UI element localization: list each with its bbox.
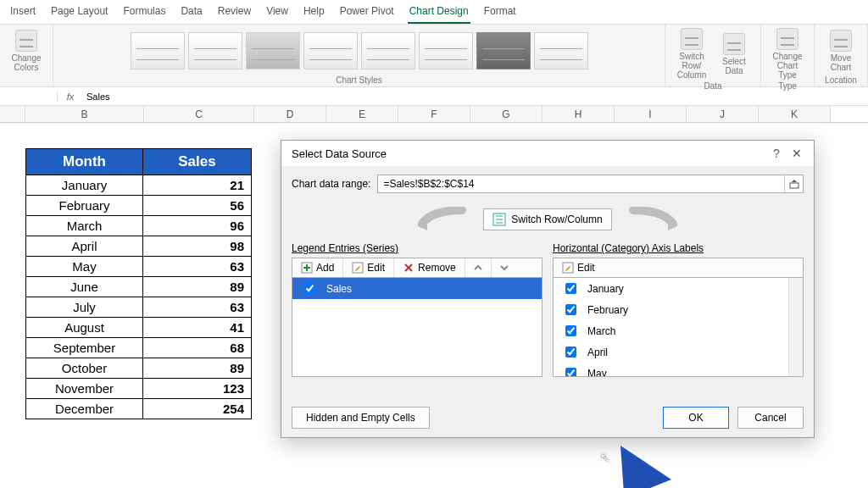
tab-power-pivot[interactable]: Power Pivot <box>338 3 396 24</box>
series-item-sales[interactable]: Sales <box>292 278 542 299</box>
chart-style-6[interactable] <box>419 32 473 69</box>
axis-label-checkbox[interactable] <box>565 368 576 377</box>
series-edit-button[interactable]: Edit <box>343 258 394 277</box>
col-F[interactable]: F <box>398 106 470 122</box>
tab-view[interactable]: View <box>264 3 290 24</box>
series-move-up-button[interactable] <box>465 258 492 277</box>
table-row[interactable]: November123 <box>26 379 252 399</box>
axis-label-item[interactable]: January <box>554 278 803 299</box>
cell-sales[interactable]: 254 <box>143 399 252 419</box>
axis-labels-listbox[interactable]: JanuaryFebruaryMarchAprilMay ▴ ▾ <box>553 277 804 377</box>
series-move-down-button[interactable] <box>492 258 517 277</box>
cell-sales[interactable]: 68 <box>143 338 252 358</box>
axis-label-checkbox[interactable] <box>565 347 576 358</box>
cell-month[interactable]: December <box>26 399 143 419</box>
cell-sales[interactable]: 21 <box>143 175 252 196</box>
axis-label-checkbox[interactable] <box>565 304 576 315</box>
cell-sales[interactable]: 89 <box>143 358 252 379</box>
axis-label-checkbox[interactable] <box>565 283 576 294</box>
switch-row-column-dialog-button[interactable]: Switch Row/Column <box>483 208 611 230</box>
series-item-checkbox[interactable] <box>304 283 315 294</box>
col-C[interactable]: C <box>144 106 254 122</box>
cell-month[interactable]: October <box>26 358 143 379</box>
col-G[interactable]: G <box>470 106 542 122</box>
dialog-help-button[interactable]: ? <box>766 147 787 160</box>
cell-month[interactable]: January <box>26 175 143 196</box>
table-row[interactable]: June89 <box>26 277 252 297</box>
axis-label-item[interactable]: February <box>554 299 803 320</box>
col-D[interactable]: D <box>254 106 326 122</box>
tab-chart-design[interactable]: Chart Design <box>408 3 470 24</box>
hidden-empty-cells-button[interactable]: Hidden and Empty Cells <box>292 407 430 429</box>
cell-sales[interactable]: 63 <box>143 257 252 277</box>
change-chart-type-button[interactable]: Change Chart Type <box>768 28 807 80</box>
chart-style-1[interactable] <box>131 32 185 69</box>
table-row[interactable]: May63 <box>26 257 252 277</box>
select-data-button[interactable]: Select Data <box>715 33 754 75</box>
cell-month[interactable]: August <box>26 318 143 338</box>
cell-sales[interactable]: 98 <box>143 236 252 257</box>
cell-sales[interactable]: 96 <box>143 216 252 236</box>
table-row[interactable]: December254 <box>26 399 252 419</box>
fx-icon[interactable]: fx <box>58 92 83 102</box>
chart-style-5[interactable] <box>361 32 415 69</box>
cell-sales[interactable]: 63 <box>143 297 252 318</box>
tab-insert[interactable]: Insert <box>8 3 37 24</box>
cell-month[interactable]: June <box>26 277 143 297</box>
axis-label-item[interactable]: April <box>554 341 803 363</box>
chart-style-2[interactable] <box>188 32 242 69</box>
chart-style-3[interactable] <box>246 32 300 69</box>
tab-format[interactable]: Format <box>482 3 518 24</box>
table-row[interactable]: March96 <box>26 216 252 236</box>
axis-edit-button[interactable]: Edit <box>554 258 604 277</box>
tab-page-layout[interactable]: Page Layout <box>49 3 109 24</box>
cell-month[interactable]: July <box>26 297 143 318</box>
table-row[interactable]: September68 <box>26 338 252 358</box>
dialog-close-button[interactable]: ✕ <box>787 147 807 160</box>
cell-sales[interactable]: 41 <box>143 318 252 338</box>
cell-month[interactable]: April <box>26 236 143 257</box>
col-J[interactable]: J <box>687 106 759 122</box>
move-chart-button[interactable]: Move Chart <box>821 30 860 72</box>
table-row[interactable]: January21 <box>26 175 252 196</box>
tab-data[interactable]: Data <box>179 3 203 24</box>
cell-month[interactable]: September <box>26 338 143 358</box>
table-row[interactable]: August41 <box>26 318 252 338</box>
chart-style-4[interactable] <box>303 32 358 69</box>
tab-help[interactable]: Help <box>302 3 326 24</box>
series-remove-button[interactable]: Remove <box>394 258 465 277</box>
chart-data-range-input[interactable] <box>378 175 784 192</box>
axis-label-checkbox[interactable] <box>565 325 576 336</box>
cell-month[interactable]: November <box>26 379 143 399</box>
formula-value[interactable]: Sales <box>83 92 110 102</box>
chart-style-8[interactable] <box>534 32 588 69</box>
cell-sales[interactable]: 56 <box>143 196 252 216</box>
cell-month[interactable]: March <box>26 216 143 236</box>
collapse-range-button[interactable] <box>784 175 803 192</box>
ok-button[interactable]: OK <box>663 407 729 429</box>
cancel-button[interactable]: Cancel <box>737 407 804 429</box>
series-add-button[interactable]: Add <box>292 258 343 277</box>
chart-style-7[interactable] <box>476 32 531 69</box>
cell-month[interactable]: May <box>26 257 143 277</box>
axis-label-item[interactable]: March <box>554 320 803 341</box>
name-box[interactable] <box>0 92 58 102</box>
table-row[interactable]: October89 <box>26 358 252 379</box>
tab-review[interactable]: Review <box>216 3 253 24</box>
cell-sales[interactable]: 89 <box>143 277 252 297</box>
cell-sales[interactable]: 123 <box>143 379 252 399</box>
cell-month[interactable]: February <box>26 196 143 216</box>
tab-formulas[interactable]: Formulas <box>121 3 167 24</box>
table-row[interactable]: February56 <box>26 196 252 216</box>
scroll-up-icon[interactable]: ▴ <box>789 278 803 291</box>
table-row[interactable]: July63 <box>26 297 252 318</box>
col-E[interactable]: E <box>326 106 398 122</box>
series-listbox[interactable]: Sales <box>292 277 542 377</box>
scroll-down-icon[interactable]: ▾ <box>789 363 803 376</box>
table-row[interactable]: April98 <box>26 236 252 257</box>
col-H[interactable]: H <box>542 106 615 122</box>
col-B[interactable]: B <box>25 106 144 122</box>
change-colors-button[interactable]: Change Colors <box>7 30 46 72</box>
axis-label-item[interactable]: May <box>554 363 803 377</box>
col-I[interactable]: I <box>615 106 687 122</box>
